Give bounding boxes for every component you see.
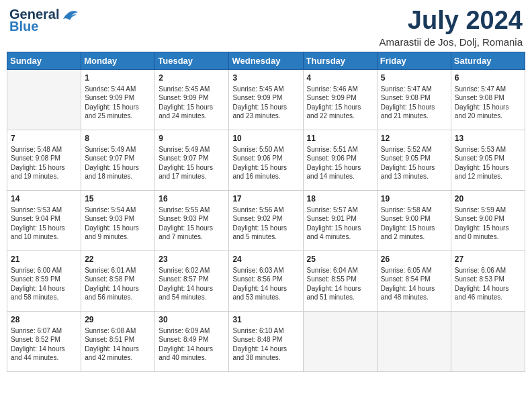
day-info: Sunrise: 6:03 AM Sunset: 8:56 PM Dayligh… — [232, 266, 299, 302]
calendar-cell: 3Sunrise: 5:45 AM Sunset: 9:09 PM Daylig… — [229, 69, 303, 130]
day-info: Sunrise: 5:53 AM Sunset: 9:05 PM Dayligh… — [455, 145, 521, 181]
col-header-monday: Monday — [81, 52, 155, 69]
calendar-week-row: 7Sunrise: 5:48 AM Sunset: 9:08 PM Daylig… — [7, 130, 525, 190]
day-info: Sunrise: 5:46 AM Sunset: 9:09 PM Dayligh… — [307, 85, 373, 121]
day-info: Sunrise: 5:53 AM Sunset: 9:04 PM Dayligh… — [11, 205, 77, 242]
calendar-cell: 15Sunrise: 5:54 AM Sunset: 9:03 PM Dayli… — [81, 190, 155, 250]
calendar-cell — [303, 311, 377, 371]
day-number: 15 — [85, 193, 151, 204]
day-number: 19 — [381, 193, 447, 204]
day-info: Sunrise: 6:01 AM Sunset: 8:58 PM Dayligh… — [85, 266, 151, 302]
calendar-cell: 26Sunrise: 6:05 AM Sunset: 8:54 PM Dayli… — [377, 250, 451, 311]
day-info: Sunrise: 5:47 AM Sunset: 9:08 PM Dayligh… — [381, 85, 447, 121]
calendar-cell: 13Sunrise: 5:53 AM Sunset: 9:05 PM Dayli… — [451, 130, 525, 190]
col-header-tuesday: Tuesday — [155, 52, 229, 69]
logo: General Blue — [9, 7, 79, 34]
day-number: 6 — [455, 73, 521, 83]
calendar-cell: 8Sunrise: 5:49 AM Sunset: 9:07 PM Daylig… — [81, 130, 155, 190]
day-info: Sunrise: 6:08 AM Sunset: 8:51 PM Dayligh… — [85, 326, 151, 363]
calendar-cell: 17Sunrise: 5:56 AM Sunset: 9:02 PM Dayli… — [229, 190, 303, 250]
calendar-cell: 14Sunrise: 5:53 AM Sunset: 9:04 PM Dayli… — [7, 190, 81, 250]
day-number: 21 — [11, 254, 77, 265]
title-block: July 2024 Amarastii de Jos, Dolj, Romani… — [380, 7, 523, 48]
day-info: Sunrise: 6:00 AM Sunset: 8:59 PM Dayligh… — [11, 266, 77, 302]
day-number: 4 — [307, 73, 373, 83]
calendar-cell: 22Sunrise: 6:01 AM Sunset: 8:58 PM Dayli… — [81, 250, 155, 311]
calendar-cell: 5Sunrise: 5:47 AM Sunset: 9:08 PM Daylig… — [377, 69, 451, 130]
calendar-cell: 9Sunrise: 5:49 AM Sunset: 9:07 PM Daylig… — [155, 130, 229, 190]
day-info: Sunrise: 5:44 AM Sunset: 9:09 PM Dayligh… — [85, 85, 151, 121]
col-header-thursday: Thursday — [303, 52, 377, 69]
calendar-cell: 1Sunrise: 5:44 AM Sunset: 9:09 PM Daylig… — [81, 69, 155, 130]
day-number: 11 — [307, 133, 373, 144]
calendar-cell: 16Sunrise: 5:55 AM Sunset: 9:03 PM Dayli… — [155, 190, 229, 250]
col-header-wednesday: Wednesday — [229, 52, 303, 69]
day-info: Sunrise: 6:05 AM Sunset: 8:54 PM Dayligh… — [381, 266, 447, 302]
calendar-cell: 20Sunrise: 5:59 AM Sunset: 9:00 PM Dayli… — [451, 190, 525, 250]
calendar-cell: 2Sunrise: 5:45 AM Sunset: 9:09 PM Daylig… — [155, 69, 229, 130]
col-header-saturday: Saturday — [451, 52, 525, 69]
day-number: 8 — [85, 133, 151, 144]
day-info: Sunrise: 5:58 AM Sunset: 9:00 PM Dayligh… — [381, 205, 447, 242]
calendar-cell: 28Sunrise: 6:07 AM Sunset: 8:52 PM Dayli… — [7, 311, 81, 371]
day-info: Sunrise: 5:49 AM Sunset: 9:07 PM Dayligh… — [85, 145, 151, 181]
col-header-friday: Friday — [377, 52, 451, 69]
calendar-cell: 4Sunrise: 5:46 AM Sunset: 9:09 PM Daylig… — [303, 69, 377, 130]
calendar-cell — [377, 311, 451, 371]
day-info: Sunrise: 5:52 AM Sunset: 9:05 PM Dayligh… — [381, 145, 447, 181]
day-info: Sunrise: 5:47 AM Sunset: 9:08 PM Dayligh… — [455, 85, 521, 121]
day-number: 24 — [232, 254, 299, 265]
day-info: Sunrise: 6:10 AM Sunset: 8:48 PM Dayligh… — [232, 326, 299, 363]
day-number: 13 — [455, 133, 521, 144]
day-number: 17 — [232, 193, 299, 204]
day-info: Sunrise: 6:02 AM Sunset: 8:57 PM Dayligh… — [159, 266, 225, 302]
day-info: Sunrise: 6:06 AM Sunset: 8:53 PM Dayligh… — [455, 266, 521, 302]
day-number: 18 — [307, 193, 373, 204]
day-info: Sunrise: 6:09 AM Sunset: 8:49 PM Dayligh… — [159, 326, 225, 363]
calendar-cell: 11Sunrise: 5:51 AM Sunset: 9:06 PM Dayli… — [303, 130, 377, 190]
calendar-cell — [7, 69, 81, 130]
day-number: 20 — [455, 193, 521, 204]
calendar-week-row: 28Sunrise: 6:07 AM Sunset: 8:52 PM Dayli… — [7, 311, 525, 371]
day-number: 27 — [455, 254, 521, 265]
calendar-cell: 27Sunrise: 6:06 AM Sunset: 8:53 PM Dayli… — [451, 250, 525, 311]
day-number: 29 — [85, 314, 151, 325]
month-title: July 2024 — [380, 7, 523, 35]
calendar-cell: 25Sunrise: 6:04 AM Sunset: 8:55 PM Dayli… — [303, 250, 377, 311]
calendar-cell: 23Sunrise: 6:02 AM Sunset: 8:57 PM Dayli… — [155, 250, 229, 311]
day-number: 30 — [159, 314, 225, 325]
calendar-cell — [451, 311, 525, 371]
col-header-sunday: Sunday — [7, 52, 81, 69]
day-number: 25 — [307, 254, 373, 265]
day-number: 7 — [11, 133, 77, 144]
calendar-cell: 18Sunrise: 5:57 AM Sunset: 9:01 PM Dayli… — [303, 190, 377, 250]
day-info: Sunrise: 5:48 AM Sunset: 9:08 PM Dayligh… — [11, 145, 77, 181]
day-number: 28 — [11, 314, 77, 325]
day-number: 9 — [159, 133, 225, 144]
day-number: 12 — [381, 133, 447, 144]
day-number: 31 — [232, 314, 299, 325]
day-info: Sunrise: 5:57 AM Sunset: 9:01 PM Dayligh… — [307, 205, 373, 242]
calendar-cell: 30Sunrise: 6:09 AM Sunset: 8:49 PM Dayli… — [155, 311, 229, 371]
calendar-cell: 21Sunrise: 6:00 AM Sunset: 8:59 PM Dayli… — [7, 250, 81, 311]
calendar-cell: 7Sunrise: 5:48 AM Sunset: 9:08 PM Daylig… — [7, 130, 81, 190]
day-number: 23 — [159, 254, 225, 265]
calendar-cell: 19Sunrise: 5:58 AM Sunset: 9:00 PM Dayli… — [377, 190, 451, 250]
day-info: Sunrise: 5:45 AM Sunset: 9:09 PM Dayligh… — [232, 85, 299, 121]
logo-blue: Blue — [9, 19, 79, 34]
calendar-table: SundayMondayTuesdayWednesdayThursdayFrid… — [7, 52, 525, 372]
calendar-week-row: 21Sunrise: 6:00 AM Sunset: 8:59 PM Dayli… — [7, 250, 525, 311]
day-info: Sunrise: 5:50 AM Sunset: 9:06 PM Dayligh… — [232, 145, 299, 181]
day-number: 22 — [85, 254, 151, 265]
day-info: Sunrise: 5:59 AM Sunset: 9:00 PM Dayligh… — [455, 205, 521, 242]
day-number: 5 — [381, 73, 447, 83]
calendar-cell: 6Sunrise: 5:47 AM Sunset: 9:08 PM Daylig… — [451, 69, 525, 130]
calendar-cell: 10Sunrise: 5:50 AM Sunset: 9:06 PM Dayli… — [229, 130, 303, 190]
day-number: 2 — [159, 73, 225, 83]
calendar-cell: 12Sunrise: 5:52 AM Sunset: 9:05 PM Dayli… — [377, 130, 451, 190]
day-info: Sunrise: 5:54 AM Sunset: 9:03 PM Dayligh… — [85, 205, 151, 242]
day-info: Sunrise: 5:51 AM Sunset: 9:06 PM Dayligh… — [307, 145, 373, 181]
calendar-week-row: 14Sunrise: 5:53 AM Sunset: 9:04 PM Dayli… — [7, 190, 525, 250]
day-number: 16 — [159, 193, 225, 204]
calendar-cell: 31Sunrise: 6:10 AM Sunset: 8:48 PM Dayli… — [229, 311, 303, 371]
